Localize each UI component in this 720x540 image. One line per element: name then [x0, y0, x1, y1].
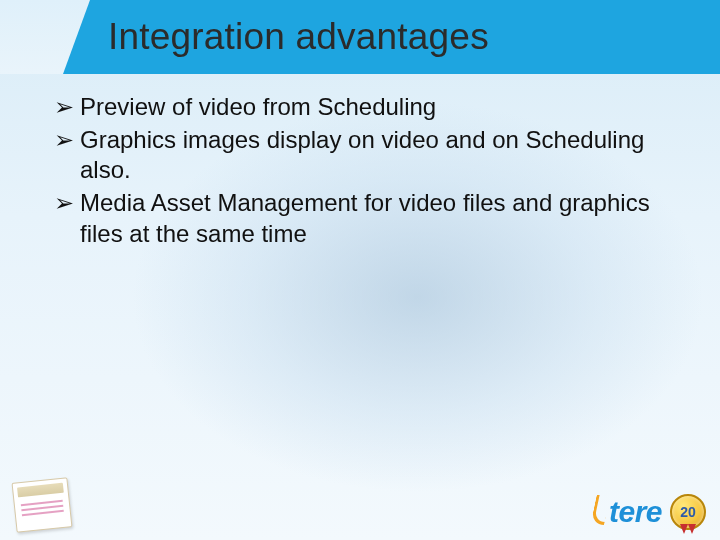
bullet-text: Graphics images display on video and on …: [80, 125, 666, 186]
slide-content: ➢ Preview of video from Scheduling ➢ Gra…: [0, 74, 720, 250]
bullet-item: ➢ Graphics images display on video and o…: [54, 125, 666, 186]
version-badge-icon: 20: [670, 494, 706, 530]
brand-name: tere: [609, 495, 662, 529]
bullet-marker-icon: ➢: [54, 188, 74, 249]
slide-title: Integration advantages: [108, 16, 489, 58]
badge-number: 20: [680, 504, 696, 520]
bullet-text: Media Asset Management for video files a…: [80, 188, 666, 249]
bullet-item: ➢ Preview of video from Scheduling: [54, 92, 666, 123]
slide-footer: tere 20: [14, 476, 706, 530]
title-bar: Integration advantages: [0, 0, 720, 74]
bullet-item: ➢ Media Asset Management for video files…: [54, 188, 666, 249]
bullet-text: Preview of video from Scheduling: [80, 92, 666, 123]
brand-area: tere 20: [593, 494, 706, 530]
title-cut-decoration: [0, 0, 90, 74]
note-logo-icon: [12, 477, 73, 533]
bullet-marker-icon: ➢: [54, 125, 74, 186]
brand-swoosh-icon: [590, 495, 610, 525]
bullet-marker-icon: ➢: [54, 92, 74, 123]
